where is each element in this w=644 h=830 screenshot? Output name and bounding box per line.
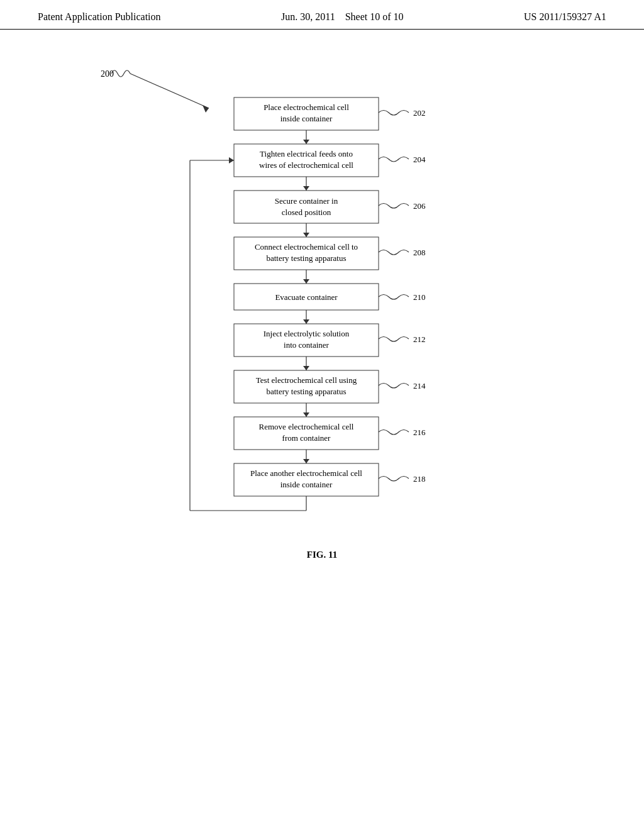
svg-marker-7 (303, 140, 309, 144)
page-header: Patent Application Publication Jun. 30, … (0, 0, 644, 30)
svg-text:202: 202 (413, 108, 426, 118)
header-right: US 2011/159327 A1 (524, 11, 606, 23)
header-center: Jun. 30, 2011 Sheet 10 of 10 (281, 11, 404, 23)
svg-marker-30 (303, 319, 309, 324)
svg-marker-42 (303, 412, 309, 417)
svg-marker-57 (229, 157, 234, 163)
svg-marker-19 (303, 233, 309, 237)
svg-text:204: 204 (413, 155, 426, 164)
svg-marker-36 (303, 366, 309, 370)
svg-text:Secure container in: Secure container in (275, 196, 338, 206)
svg-text:Tighten electrical feeds onto: Tighten electrical feeds onto (260, 149, 353, 158)
svg-marker-1 (203, 105, 209, 113)
svg-text:into container: into container (284, 340, 330, 350)
svg-text:inside container: inside container (280, 480, 333, 489)
svg-text:216: 216 (413, 428, 426, 437)
svg-line-0 (130, 74, 209, 108)
header-left: Patent Application Publication (38, 11, 161, 23)
svg-marker-25 (303, 279, 309, 284)
svg-text:Place electrochemical cell: Place electrochemical cell (264, 102, 349, 112)
svg-text:208: 208 (413, 248, 426, 257)
svg-text:Evacuate container: Evacuate container (275, 292, 338, 302)
svg-text:inside container: inside container (280, 114, 333, 123)
svg-text:Inject electrolytic solution: Inject electrolytic solution (264, 329, 350, 338)
svg-text:battery testing apparatus: battery testing apparatus (266, 253, 346, 263)
svg-marker-48 (303, 459, 309, 463)
svg-text:battery testing apparatus: battery testing apparatus (266, 387, 346, 396)
svg-text:206: 206 (413, 201, 426, 211)
svg-text:closed position: closed position (282, 208, 331, 217)
ref-200-label: 200 (101, 69, 114, 79)
svg-text:wires of electrochemical cell: wires of electrochemical cell (259, 160, 353, 170)
svg-text:Test electrochemical cell usin: Test electrochemical cell using (256, 375, 357, 385)
svg-text:from container: from container (282, 433, 331, 443)
svg-text:214: 214 (413, 381, 426, 390)
svg-rect-14 (234, 191, 379, 223)
svg-text:218: 218 (413, 474, 426, 484)
svg-text:FIG. 11: FIG. 11 (307, 550, 337, 560)
diagram-area: 200 Place electrochemical cell inside co… (0, 30, 644, 797)
svg-text:Place another electrochemical : Place another electrochemical cell (250, 468, 362, 478)
svg-text:Remove electrochemical cell: Remove electrochemical cell (259, 422, 354, 431)
flowchart-svg: 200 Place electrochemical cell inside co… (64, 42, 580, 772)
svg-text:210: 210 (413, 292, 426, 302)
svg-marker-13 (303, 186, 309, 191)
svg-text:Connect electrochemical cell t: Connect electrochemical cell to (255, 242, 358, 252)
svg-text:212: 212 (413, 335, 426, 344)
